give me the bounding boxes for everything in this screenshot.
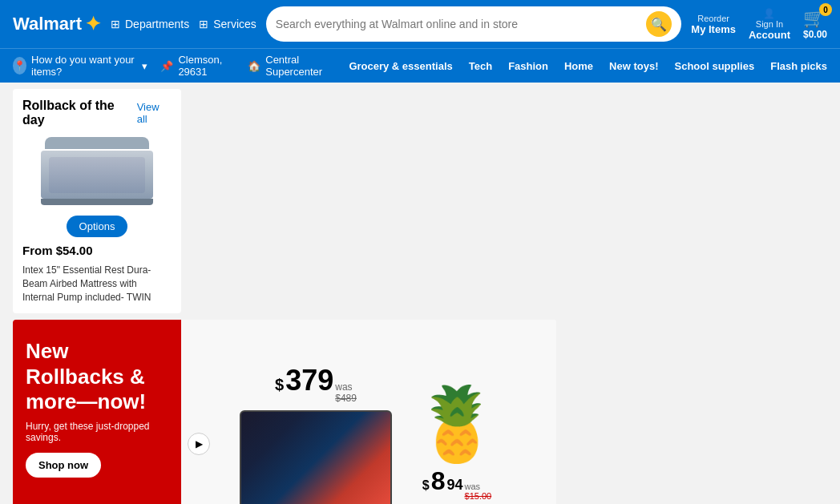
hero-title: New Rollbacks & more—now! [26,339,168,414]
reorder-button[interactable]: Reorder My Items [691,14,736,35]
header-actions: Reorder My Items 👤 Sign In Account 🛒 0 $… [691,8,827,41]
main-header: Walmart ✦ ⊞ Departments ⊞ Services 🔍 Reo… [0,0,840,48]
location-selector[interactable]: 📌 Clemson, 29631 [160,54,235,78]
shop-now-button[interactable]: Shop now [26,453,101,478]
hero-subtitle: Hurry, get these just-dropped savings. [26,421,168,443]
nav-tech[interactable]: Tech [469,60,492,72]
chevron-down-icon: ▾ [142,60,147,72]
cart-count: 0 [819,3,832,16]
hero-products: ▶ $ 379 was $489 🍍 [181,320,556,504]
cart-button[interactable]: 🛒 0 $0.00 [803,8,827,40]
pineapple-product: 🍍 $ 8 94 was $15.00 [412,388,502,501]
signin-top-label: Sign In [756,19,783,29]
pineapple-dollar: $ [422,478,430,493]
view-all-link[interactable]: View all [137,101,172,125]
search-input[interactable] [276,18,640,30]
pineapple-image: 🍍 [412,388,502,460]
nav-grocery[interactable]: Grocery & essentials [349,60,452,72]
nav-flash-picks[interactable]: Flash picks [770,60,827,72]
pin-icon: 📌 [160,60,173,72]
product-description: Intex 15" Essential Rest Dura-Beam Airbe… [22,264,172,304]
sub-header: 📍 How do you want your items? ▾ 📌 Clemso… [0,48,840,83]
store-label: Central Supercenter [265,54,336,78]
walmart-logo[interactable]: Walmart ✦ [13,13,101,35]
cart-price: $0.00 [803,29,827,40]
store-icon: 🏠 [248,60,260,72]
category-nav: Grocery & essentials Tech Fashion Home N… [349,60,827,72]
rollback-title: Rollback of the day [22,99,137,127]
laptop-dollar: $ [275,376,284,394]
departments-label[interactable]: Departments [125,18,189,30]
logo-star-icon: ✦ [85,13,101,35]
search-button[interactable]: 🔍 [646,11,672,37]
options-button[interactable]: Options [67,216,128,237]
main-content: New Rollbacks & more—now! Hurry, get the… [0,83,840,504]
signin-button[interactable]: 👤 Sign In Account [749,8,790,41]
departments-nav[interactable]: ⊞ Departments [111,18,189,30]
services-icon: ⊞ [199,18,208,30]
grid-icon: ⊞ [111,18,120,30]
pineapple-was-label: was [465,482,492,491]
logo-text: Walmart [13,14,82,34]
services-nav[interactable]: ⊞ Services [199,18,256,30]
pineapple-whole: 8 [431,466,446,496]
rollback-header: Rollback of the day View all [22,99,172,127]
laptop-was-label: was [335,381,357,393]
nav-school-supplies[interactable]: School supplies [675,60,755,72]
carousel-prev-button[interactable]: ▶ [188,433,210,455]
delivery-selector[interactable]: 📍 How do you want your items? ▾ [13,54,147,78]
services-label[interactable]: Services [213,18,256,30]
laptop-price-value: 379 [285,364,333,397]
airbed-image [41,137,153,209]
search-bar: 🔍 [266,6,682,42]
store-selector[interactable]: 🏠 Central Supercenter [248,54,336,78]
person-icon: 👤 [763,8,775,19]
delivery-label[interactable]: How do you want your items? [31,54,137,78]
laptop-image [236,410,396,504]
pineapple-was-price: $15.00 [465,491,492,501]
hero-banner: New Rollbacks & more—now! Hurry, get the… [13,320,556,504]
hero-promo: New Rollbacks & more—now! Hurry, get the… [13,320,181,504]
reorder-bot-label: My Items [691,23,736,35]
nav-home[interactable]: Home [564,60,593,72]
search-icon: 🔍 [651,17,667,32]
rollback-sidebar: Rollback of the day View all Options Fro… [13,89,181,313]
delivery-icon: 📍 [13,57,26,75]
laptop-product: $ 379 was $489 [236,364,396,504]
nav-new-toys[interactable]: New toys! [609,60,658,72]
laptop-price: $ 379 was $489 [275,364,357,404]
reorder-top-label: Reorder [697,14,729,23]
from-price: From $54.00 [22,244,93,257]
signin-bot-label: Account [749,29,790,41]
location-label: Clemson, 29631 [178,54,235,78]
pineapple-cents: 94 [447,477,463,494]
laptop-was-price: $489 [335,393,357,404]
nav-fashion[interactable]: Fashion [508,60,548,72]
pineapple-price: $ 8 94 was $15.00 [422,466,491,501]
rollback-product: Options From $54.00 Intex 15" Essential … [22,137,172,304]
